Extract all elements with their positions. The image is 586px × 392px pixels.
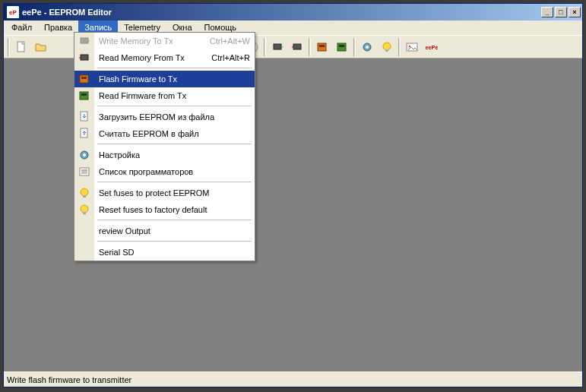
menu-item-label: Read Firmware from Tx [94, 91, 250, 100]
svg-point-11 [383, 43, 391, 50]
window-title: eePe - EEPROM Editor [22, 8, 540, 17]
flash-write-button[interactable] [313, 38, 331, 56]
menu-item-label: Настройка [94, 150, 250, 160]
svg-rect-6 [319, 45, 325, 47]
status-text: Write flash firmware to transmitter [7, 375, 131, 384]
menu-item-label: Загрузить EEPROM из файла [94, 112, 250, 122]
svg-text:eePe: eePe [426, 44, 438, 51]
app-icon: eP [7, 6, 19, 18]
menu-item-label: Reset fuses to factory default [94, 205, 250, 214]
image-button[interactable] [403, 38, 421, 56]
chip-write-button[interactable] [268, 38, 287, 56]
box-orange-icon [74, 71, 94, 87]
svg-point-14 [409, 45, 411, 47]
svg-point-25 [83, 153, 86, 156]
box-green-icon [336, 41, 348, 53]
menu-edit[interactable]: Правка [38, 21, 78, 35]
menu-item[interactable]: Reset fuses to factory default [74, 201, 255, 218]
blank-icon [74, 223, 94, 239]
chip-write-icon [271, 41, 283, 53]
toolbar-separator [8, 38, 10, 56]
titlebar: eP eePe - EEPROM Editor _ □ × [4, 4, 582, 21]
menu-item[interactable]: review Output [74, 223, 255, 239]
bulb-icon [74, 185, 94, 201]
menu-item[interactable]: Flash Firmware to Tx [74, 71, 255, 87]
svg-rect-12 [385, 49, 388, 52]
chip-read-icon [291, 41, 303, 53]
svg-point-10 [366, 46, 369, 49]
eepe-logo-icon: eePe [426, 41, 438, 53]
svg-rect-16 [81, 38, 88, 43]
close-button[interactable]: × [569, 7, 581, 17]
menu-item[interactable]: Read Firmware from Tx [74, 87, 255, 104]
svg-point-30 [81, 188, 88, 196]
svg-rect-8 [339, 45, 344, 47]
menu-item-label: Flash Firmware to Tx [94, 74, 250, 84]
menu-item[interactable]: Загрузить EEPROM из файла [74, 109, 255, 125]
doc-down-icon [74, 109, 94, 125]
toolbar-separator [309, 38, 311, 56]
menu-item-label: Serial SD [94, 248, 250, 257]
file-icon [15, 41, 27, 53]
menu-item-shortcut: Ctrl+Alt+W [204, 36, 250, 46]
bulb-icon [381, 41, 393, 53]
toolbar-separator [353, 38, 356, 56]
menu-item-shortcut: Ctrl+Alt+R [205, 53, 250, 62]
open-file-button[interactable] [32, 38, 50, 56]
svg-rect-4 [293, 44, 301, 49]
chip-read-button[interactable] [288, 38, 306, 56]
new-file-button[interactable] [12, 38, 30, 56]
menu-item-label: Read Memory From Tx [94, 53, 205, 62]
svg-rect-3 [274, 44, 281, 49]
svg-point-32 [81, 205, 88, 213]
menu-item-label: Write Memory To Tx [94, 36, 204, 46]
blank-icon [74, 244, 94, 261]
menu-write-dropdown: Write Memory To TxCtrl+Alt+WRead Memory … [74, 32, 255, 261]
menu-item-label: Set fuses to protect EEPROM [94, 188, 250, 198]
menu-item[interactable]: Настройка [74, 147, 255, 163]
bulb-icon [74, 201, 94, 218]
menu-item[interactable]: Список программаторов [74, 163, 255, 180]
statusbar: Write flash firmware to transmitter [4, 371, 582, 387]
svg-rect-0 [17, 42, 24, 52]
menu-item-label: Считать EEPROM в файл [94, 129, 250, 138]
svg-rect-33 [83, 212, 86, 214]
minimize-button[interactable]: _ [541, 7, 553, 17]
menu-item[interactable]: Read Memory From TxCtrl+Alt+R [74, 49, 255, 66]
toolbar-separator [264, 38, 266, 56]
settings-button[interactable] [358, 38, 376, 56]
fuses-button[interactable] [378, 38, 396, 56]
svg-rect-19 [81, 77, 87, 79]
toolbar-separator [398, 38, 401, 56]
svg-rect-21 [81, 93, 87, 96]
menu-item[interactable]: Set fuses to protect EEPROM [74, 185, 255, 201]
flash-read-button[interactable] [333, 38, 351, 56]
gear-icon [361, 41, 373, 53]
doc-up-icon [74, 125, 94, 142]
svg-rect-17 [81, 55, 88, 60]
gear-icon [74, 147, 94, 163]
menu-item: Write Memory To TxCtrl+Alt+W [74, 33, 255, 49]
chip-write-icon [74, 33, 94, 49]
menu-item-label: review Output [94, 226, 250, 236]
picture-icon [406, 41, 418, 53]
menu-file[interactable]: Файл [5, 21, 38, 35]
maximize-button[interactable]: □ [555, 7, 567, 17]
chip-read-icon [74, 49, 94, 66]
menu-item[interactable]: Считать EEPROM в файл [74, 125, 255, 142]
box-orange-icon [316, 41, 328, 53]
eepe-button[interactable]: eePe [423, 38, 441, 56]
svg-rect-31 [83, 195, 86, 198]
list-icon [74, 163, 94, 180]
box-green-icon [74, 87, 94, 104]
folder-open-icon [35, 41, 47, 53]
menu-item-label: Список программаторов [94, 167, 250, 176]
menu-item[interactable]: Serial SD [74, 244, 255, 261]
